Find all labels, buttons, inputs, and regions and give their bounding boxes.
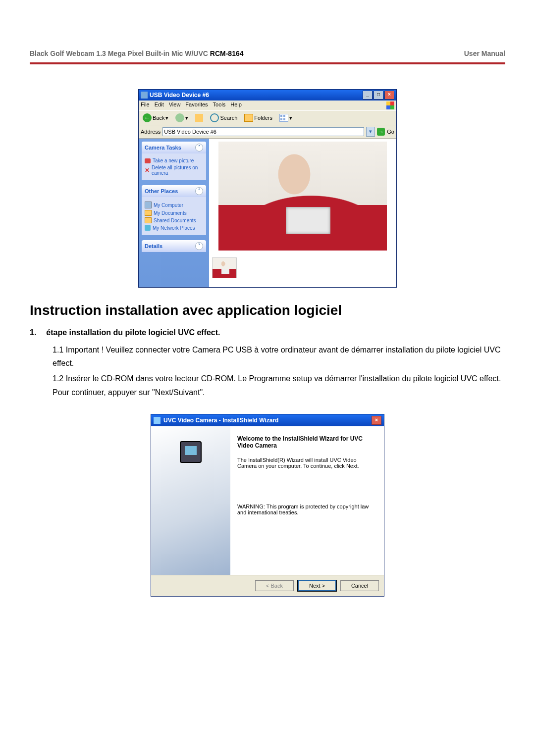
collapse-icon[interactable]: ˄: [195, 187, 203, 195]
collapse-icon[interactable]: ˄: [195, 144, 203, 151]
back-label: Back: [153, 115, 164, 121]
folders-button[interactable]: Folders: [242, 113, 274, 123]
shared-documents-link[interactable]: Shared Documents: [145, 217, 203, 223]
page-header: Black Golf Webcam 1.3 Mega Pixel Built-i…: [30, 50, 505, 62]
search-label: Search: [220, 115, 237, 121]
explorer-body: Camera Tasks ˄ Take a new picture ✕ Dele…: [139, 139, 396, 287]
computer-icon: [145, 202, 152, 208]
details-group: Details ˅: [142, 240, 206, 252]
delete-pictures-link[interactable]: ✕ Delete all pictures on camera: [145, 165, 203, 176]
folders-label: Folders: [254, 115, 272, 121]
delete-icon: ✕: [145, 167, 150, 174]
explorer-screenshot: USB Video Device #6 _ □ × File Edit View…: [30, 89, 505, 288]
up-button[interactable]: [193, 113, 205, 123]
side-panel: Camera Tasks ˄ Take a new picture ✕ Dele…: [139, 139, 209, 287]
installer-icon: [154, 417, 160, 424]
step-1-body: 1.1 Important ! Veuillez connecter votre…: [53, 343, 505, 399]
search-icon: [210, 113, 219, 122]
toolbar: ← Back ▾ ▾ Search Folders: [139, 110, 396, 125]
folder-icon: [145, 217, 152, 223]
section-heading: Instruction installation avec applicatio…: [30, 302, 505, 318]
camera-tasks-title: Camera Tasks: [145, 145, 181, 151]
wizard-sidebar-image: [151, 426, 230, 575]
wizard-cancel-button[interactable]: Cancel: [340, 580, 379, 591]
installshield-window: UVC Video Camera - InstallShield Wizard …: [151, 414, 384, 597]
wizard-body: Welcome to the InstallShield Wizard for …: [151, 426, 384, 575]
address-bar: Address ▾ → Go: [139, 125, 396, 139]
details-header[interactable]: Details ˅: [142, 240, 206, 252]
chevron-down-icon: ▾: [289, 115, 292, 121]
camera-tasks-header[interactable]: Camera Tasks ˄: [142, 142, 206, 153]
wizard-warning: WARNING: This program is protected by co…: [237, 504, 377, 515]
expand-icon[interactable]: ˅: [195, 242, 203, 250]
minimize-button[interactable]: _: [363, 91, 373, 100]
link-label: My Network Places: [153, 225, 195, 231]
details-title: Details: [145, 243, 162, 249]
step-number: 1.: [30, 328, 36, 337]
content-area: [209, 139, 396, 287]
chevron-down-icon: ▾: [165, 115, 168, 121]
link-label: Shared Documents: [154, 218, 196, 223]
address-label: Address: [141, 129, 160, 135]
menu-tools[interactable]: Tools: [213, 101, 226, 109]
address-dropdown[interactable]: ▾: [366, 127, 375, 137]
computer-icon: [180, 441, 202, 463]
go-button[interactable]: →: [377, 128, 385, 136]
address-input[interactable]: [162, 127, 364, 136]
search-button[interactable]: Search: [208, 112, 239, 123]
camera-icon: [145, 158, 151, 163]
menu-favorites[interactable]: Favorites: [185, 101, 208, 109]
menu-edit[interactable]: Edit: [155, 101, 164, 109]
step-1-heading: 1. étape installation du pilote logiciel…: [30, 328, 505, 337]
wizard-next-button[interactable]: Next >: [298, 580, 336, 591]
link-label: My Documents: [154, 210, 187, 216]
wizard-screenshot: UVC Video Camera - InstallShield Wizard …: [30, 414, 505, 597]
webcam-thumbnail[interactable]: [212, 257, 237, 278]
my-documents-link[interactable]: My Documents: [145, 210, 203, 216]
views-icon: [279, 114, 288, 122]
wizard-content: Welcome to the InstallShield Wizard for …: [230, 426, 384, 575]
wizard-welcome-heading: Welcome to the InstallShield Wizard for …: [237, 435, 377, 449]
link-label: Delete all pictures on camera: [152, 165, 203, 176]
window-title: USB Video Device #6: [150, 92, 362, 99]
wizard-close-button[interactable]: ×: [372, 416, 381, 425]
webcam-preview-image: [218, 142, 387, 251]
menu-view[interactable]: View: [169, 101, 181, 109]
chevron-down-icon: ▾: [185, 115, 188, 121]
menu-file[interactable]: File: [141, 101, 150, 109]
header-text-gray: Black Golf Webcam 1.3 Mega Pixel Built-i…: [30, 50, 210, 57]
wizard-footer: < Back Next > Cancel: [151, 575, 384, 596]
network-icon: [145, 225, 151, 231]
my-computer-link[interactable]: My Computer: [145, 202, 203, 208]
windows-logo-icon: [386, 101, 394, 109]
header-right: User Manual: [464, 50, 505, 57]
paragraph-1-1: 1.1 Important ! Veuillez connecter votre…: [53, 343, 505, 370]
link-label: My Computer: [154, 202, 183, 208]
menu-bar: File Edit View Favorites Tools Help: [139, 101, 396, 110]
maximize-button[interactable]: □: [374, 91, 383, 100]
forward-button[interactable]: ▾: [173, 112, 190, 123]
paragraph-1-2: 1.2 Insérer le CD-ROM dans votre lecteur…: [53, 372, 505, 399]
step-title: étape installation du pilote logiciel UV…: [46, 328, 220, 337]
wizard-description: The InstallShield(R) Wizard will install…: [237, 457, 377, 469]
forward-icon: [175, 113, 184, 122]
network-places-link[interactable]: My Network Places: [145, 225, 203, 231]
wizard-title: UVC Video Camera - InstallShield Wizard: [163, 417, 372, 424]
wizard-back-button: < Back: [255, 580, 294, 591]
folder-up-icon: [195, 114, 203, 122]
other-places-header[interactable]: Other Places ˄: [142, 185, 206, 197]
xp-titlebar: USB Video Device #6 _ □ ×: [139, 90, 396, 101]
menu-help[interactable]: Help: [230, 101, 242, 109]
take-picture-link[interactable]: Take a new picture: [145, 158, 203, 163]
back-button[interactable]: ← Back ▾: [141, 112, 170, 123]
folders-icon: [244, 114, 253, 122]
camera-tasks-group: Camera Tasks ˄ Take a new picture ✕ Dele…: [142, 142, 206, 180]
link-label: Take a new picture: [153, 158, 194, 163]
xp-window: USB Video Device #6 _ □ × File Edit View…: [138, 89, 397, 288]
header-product: Black Golf Webcam 1.3 Mega Pixel Built-i…: [30, 50, 244, 57]
close-button[interactable]: ×: [384, 91, 394, 100]
views-button[interactable]: ▾: [277, 113, 294, 123]
wizard-titlebar: UVC Video Camera - InstallShield Wizard …: [151, 414, 384, 426]
back-icon: ←: [143, 113, 152, 122]
go-label: Go: [387, 129, 394, 135]
